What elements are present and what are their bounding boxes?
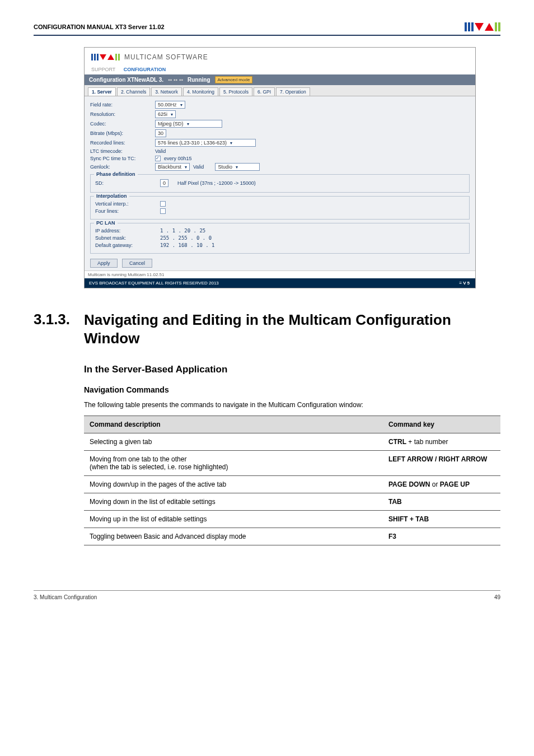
gw-value[interactable]: 192 . 168 . 10 . 1: [160, 242, 215, 248]
footer-left: 3. Multicam Configuration: [34, 594, 97, 600]
multicam-screenshot: MULTICAM SOFTWARE SUPPORT CONFIGURATION …: [84, 47, 476, 288]
nav-commands-heading: Navigation Commands: [84, 385, 500, 394]
tab-network[interactable]: 3. Network: [151, 87, 182, 96]
page-header: CONFIGURATION MANUAL XT3 Server 11.02: [34, 22, 500, 36]
footer-page-number: 49: [494, 594, 500, 600]
table-row: Selecting a given tab CTRL + tab number: [84, 433, 500, 451]
running-label: Running: [188, 77, 210, 83]
advanced-mode-button[interactable]: Advanced mode: [215, 76, 253, 83]
recorded-lines-select[interactable]: 576 lines (L23-310 ; L336-623): [155, 139, 256, 147]
manual-title: CONFIGURATION MANUAL XT3 Server 11.02: [34, 24, 165, 30]
tab-monitoring[interactable]: 4. Monitoring: [183, 87, 218, 96]
tab-gpi[interactable]: 6. GPI: [254, 87, 275, 96]
ltc-value: Valid: [155, 148, 166, 154]
table-row: Moving up in the list of editable settin…: [84, 511, 500, 528]
genlock-select-1[interactable]: Blackburst: [155, 163, 190, 171]
tab-strip: 1. Server 2. Channels 3. Network 4. Moni…: [85, 85, 475, 96]
mask-value[interactable]: 255 . 255 . 0 . 0: [160, 235, 212, 241]
evs-logo-icon: [465, 22, 500, 31]
syncpc-checkbox[interactable]: [155, 156, 161, 161]
app-brand-text: MULTICAM SOFTWARE: [124, 53, 208, 61]
vertical-interp-checkbox[interactable]: [160, 201, 166, 207]
footer-copyright: EVS BROADCAST EQUIPMENT ALL RIGHTS RESER…: [89, 281, 219, 286]
genlock-valid: Valid: [193, 164, 204, 170]
section-number: 3.1.3.: [34, 311, 84, 328]
vertical-interp-label: Vertical interp.:: [95, 201, 157, 207]
ip-value[interactable]: 1 . 1 . 20 . 25: [160, 228, 205, 234]
sd-input[interactable]: 0: [160, 179, 168, 187]
section-heading: 3.1.3. Navigating and Editing in the Mul…: [34, 311, 500, 347]
table-row: Moving from one tab to the other (when t…: [84, 451, 500, 476]
four-lines-label: Four lines:: [95, 208, 157, 214]
evs-small-logo-icon: [91, 54, 120, 60]
table-row: Moving down in the list of editable sett…: [84, 493, 500, 511]
col-desc: Command description: [84, 416, 383, 433]
resolution-label: Resolution:: [90, 111, 152, 117]
recorded-lines-label: Recorded lines:: [90, 140, 152, 146]
ip-label: IP address:: [95, 228, 157, 234]
mask-label: Subnet mask:: [95, 235, 157, 241]
sd-hint: Half Pixel (37ns ; -12000 -> 15000): [177, 180, 256, 186]
subheading: In the Server-Based Application: [84, 364, 500, 375]
field-rate-select[interactable]: 50.00Hz: [155, 101, 185, 109]
syncpc-value: every 00h15: [164, 156, 192, 161]
status-bar: Multicam is running Multicam 11.02.51: [85, 270, 475, 278]
tab-channels[interactable]: 2. Channels: [117, 87, 150, 96]
tab-protocols[interactable]: 5. Protocols: [219, 87, 252, 96]
ltc-label: LTC timecode:: [90, 148, 152, 154]
resolution-select[interactable]: 625i: [155, 110, 176, 118]
crumb-configuration[interactable]: CONFIGURATION: [124, 67, 166, 72]
nav-commands-intro: The following table presents the command…: [84, 400, 500, 410]
pclan-group: PC LAN IP address:1 . 1 . 20 . 25 Subnet…: [90, 223, 470, 254]
gw-label: Default gateway:: [95, 242, 157, 248]
footer-brand: ≡V5: [460, 281, 471, 286]
tab-operation[interactable]: 7. Operation: [276, 87, 310, 96]
cancel-button[interactable]: Cancel: [122, 259, 152, 268]
syncpc-label: Sync PC time to TC:: [90, 156, 152, 161]
sd-label: SD:: [95, 180, 157, 186]
field-rate-label: Field rate:: [90, 102, 152, 108]
phase-group: Phase definition SD:0Half Pixel (37ns ; …: [90, 174, 470, 193]
crumb-support[interactable]: SUPPORT: [91, 67, 115, 72]
genlock-select-2[interactable]: Studio: [215, 163, 260, 171]
codec-select[interactable]: Mjpeg (SD): [155, 120, 222, 128]
col-key: Command key: [383, 416, 500, 433]
bitrate-input[interactable]: 30: [155, 129, 166, 137]
genlock-label: Genlock:: [90, 164, 152, 170]
codec-label: Codec:: [90, 121, 152, 127]
config-title: Configuration XTNewADL 3.: [89, 77, 163, 83]
tab-server[interactable]: 1. Server: [88, 87, 116, 96]
table-row: Moving down/up in the pages of the activ…: [84, 476, 500, 493]
interpolation-group: Interpolation Vertical interp.: Four lin…: [90, 196, 470, 220]
bitrate-label: Bitrate (Mbps):: [90, 130, 152, 136]
apply-button[interactable]: Apply: [90, 259, 118, 268]
commands-table: Command description Command key Selectin…: [84, 416, 500, 545]
four-lines-checkbox[interactable]: [160, 208, 166, 214]
table-row: Toggling between Basic and Advanced disp…: [84, 528, 500, 545]
page-footer: 3. Multicam Configuration 49: [34, 590, 500, 600]
section-title: Navigating and Editing in the Multicam C…: [84, 311, 500, 347]
